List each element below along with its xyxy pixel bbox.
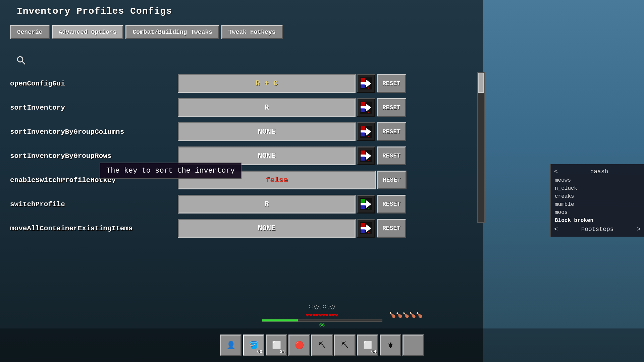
hotbar-slot-9[interactable] [402, 335, 424, 356]
xp-bar [262, 319, 382, 322]
svg-rect-15 [361, 132, 365, 136]
scrollbar-thumb[interactable] [478, 73, 484, 93]
search-icon[interactable] [16, 55, 26, 68]
label-sort-by-rows: sortInventoryByGroupRows [10, 152, 178, 160]
svg-text:+: + [368, 207, 370, 210]
svg-rect-28 [361, 223, 365, 228]
xp-level: 66 [319, 322, 325, 328]
reset-btn-sort-by-rows[interactable]: RESET [377, 146, 406, 165]
config-row-sort-inventory: sortInventory R ✕ RESET [10, 96, 460, 119]
hotbar-slot-2-count: 60 [257, 349, 262, 354]
value-enable-switch-profile[interactable]: false [178, 171, 376, 189]
svg-text:✕: ✕ [368, 135, 370, 138]
sound-item-baash[interactable]: baash [590, 168, 608, 175]
svg-text:✕: ✕ [368, 111, 370, 114]
sound-item-creaks[interactable]: creaks [551, 192, 644, 200]
value-text-sort-by-cols: NONE [258, 128, 276, 136]
config-row-open-config-gui: openConfigGui R + C ✕ RESET [10, 72, 460, 95]
reset-btn-sort-inventory[interactable]: RESET [377, 98, 406, 117]
svg-rect-5 [361, 84, 365, 88]
config-row-move-all-container: moveAllContainerExistingItems NONE ✕ RES… [10, 217, 460, 240]
hotbar-slot-6-icon: ⛏ [338, 339, 351, 352]
reset-btn-sort-by-cols[interactable]: RESET [377, 122, 406, 141]
sound-nav-left-icon[interactable]: < [554, 168, 558, 175]
hotbar-slot-5[interactable]: ⛏ [311, 335, 333, 356]
tab-tweak-hotkeys[interactable]: Tweak Hotkeys [221, 25, 282, 39]
value-text-open-config-gui: R + C [256, 79, 278, 88]
hotbar-slot-4-icon: 🔴 [293, 339, 306, 352]
hotbar-slot-6[interactable]: ⛏ [334, 335, 356, 356]
value-text-switch-profile: R [264, 200, 269, 208]
sound-item-meows[interactable]: meows [551, 176, 644, 184]
sort-icon-sort-by-rows[interactable]: ✕ [357, 146, 375, 165]
svg-text:✕: ✕ [368, 86, 370, 89]
value-sort-by-cols[interactable]: NONE [178, 122, 356, 141]
scrollbar[interactable] [477, 72, 485, 223]
value-sort-inventory[interactable]: R [178, 98, 356, 117]
reset-btn-switch-profile[interactable]: RESET [377, 195, 406, 214]
value-text-sort-by-rows: NONE [258, 152, 276, 160]
svg-rect-8 [361, 102, 365, 107]
hotbar-slot-3-count: 34 [280, 349, 285, 354]
value-switch-profile[interactable]: R [178, 195, 356, 214]
label-move-all-container: moveAllContainerExistingItems [10, 225, 178, 232]
sound-nav-right-bottom-icon[interactable]: > [637, 226, 641, 233]
sort-icon-move-all-container[interactable]: ✕ [357, 219, 375, 238]
hotbar-slot-7[interactable]: ⬜ 64 [357, 335, 378, 356]
hotbar-slot-4[interactable]: 🔴 [288, 335, 310, 356]
sound-item-n-cluck[interactable]: n_cluck [551, 184, 644, 192]
value-sort-by-rows[interactable]: NONE [178, 146, 356, 165]
hotbar-slot-9-icon [407, 339, 420, 352]
svg-rect-18 [361, 150, 365, 155]
sort-icon-open-config-gui[interactable]: ✕ [357, 74, 375, 93]
armor-icon: 🛡🛡🛡🛡🛡 [309, 305, 335, 311]
tab-bar: Generic Advanced Options Combat/Building… [10, 25, 283, 39]
page-title: Inventory Profiles Configs [17, 6, 172, 16]
svg-rect-20 [361, 157, 365, 161]
svg-rect-23 [361, 199, 365, 203]
svg-rect-3 [361, 78, 365, 83]
config-row-sort-by-cols: sortInventoryByGroupColumns NONE ✕ RESET [10, 120, 460, 143]
reset-btn-move-all-container[interactable]: RESET [377, 219, 406, 238]
xp-bar-row [262, 319, 382, 322]
value-open-config-gui[interactable]: R + C [178, 74, 356, 93]
sound-nav-bottom: < Footsteps > [551, 225, 644, 234]
label-enable-switch-profile: enableSwitchProfileHotkey [10, 176, 178, 184]
xp-fill [262, 319, 298, 321]
value-text-enable-switch-profile: false [266, 176, 288, 184]
sound-panel: < baash meows n_cluck creaks mumble moos… [550, 164, 644, 237]
config-row-enable-switch-profile: enableSwitchProfileHotkey false RESET [10, 169, 460, 191]
reset-btn-open-config-gui[interactable]: RESET [377, 74, 406, 93]
hotbar-slot-2[interactable]: 🪣 60 [243, 335, 264, 356]
sound-item-mumble[interactable]: mumble [551, 200, 644, 208]
svg-rect-10 [361, 108, 365, 112]
tab-generic[interactable]: Generic [10, 25, 50, 39]
hotbar-slot-5-icon: ⛏ [316, 339, 328, 352]
svg-text:✕: ✕ [368, 231, 370, 234]
tab-combat-building[interactable]: Combat/Building Tweaks [125, 25, 219, 39]
config-rows-container: openConfigGui R + C ✕ RESET The key to s… [10, 72, 460, 241]
value-move-all-container[interactable]: NONE [178, 219, 356, 238]
tab-advanced-options[interactable]: Advanced Options [52, 25, 124, 39]
hotbar-slot-1[interactable]: 👤 [220, 335, 241, 356]
reset-btn-enable-switch-profile[interactable]: RESET [377, 171, 407, 189]
hunger-row: 🍗🍗🍗🍗🍗 [389, 312, 423, 318]
svg-rect-13 [361, 126, 365, 131]
hotbar-slot-1-icon: 👤 [224, 339, 237, 352]
value-text-move-all-container: NONE [258, 224, 276, 233]
svg-point-0 [17, 57, 23, 62]
hotbar-slot-8[interactable]: 🗡 [380, 335, 401, 356]
sound-nav-top: < baash [551, 167, 644, 176]
sort-icon-sort-inventory[interactable]: ✕ [357, 98, 375, 117]
config-row-sort-by-rows: sortInventoryByGroupRows NONE ✕ RESET [10, 144, 460, 167]
hunger-icons: 🍗🍗🍗🍗🍗 [389, 312, 423, 318]
hotbar-container: 👤 🪣 60 ⬜ 34 🔴 ⛏ ⛏ ⬜ 64 [0, 328, 644, 362]
sound-item-footsteps[interactable]: Footsteps [581, 226, 613, 233]
sort-icon-sort-by-cols[interactable]: ✕ [357, 122, 375, 141]
hotbar-slot-3[interactable]: ⬜ 34 [266, 335, 287, 356]
sound-item-moos[interactable]: moos [551, 208, 644, 217]
sound-nav-left-bottom-icon[interactable]: < [554, 226, 558, 233]
sort-icon-switch-profile[interactable]: + [357, 195, 375, 214]
sound-item-block-broken[interactable]: Block broken [551, 217, 644, 225]
armor-row: 🛡🛡🛡🛡🛡 [309, 305, 335, 311]
